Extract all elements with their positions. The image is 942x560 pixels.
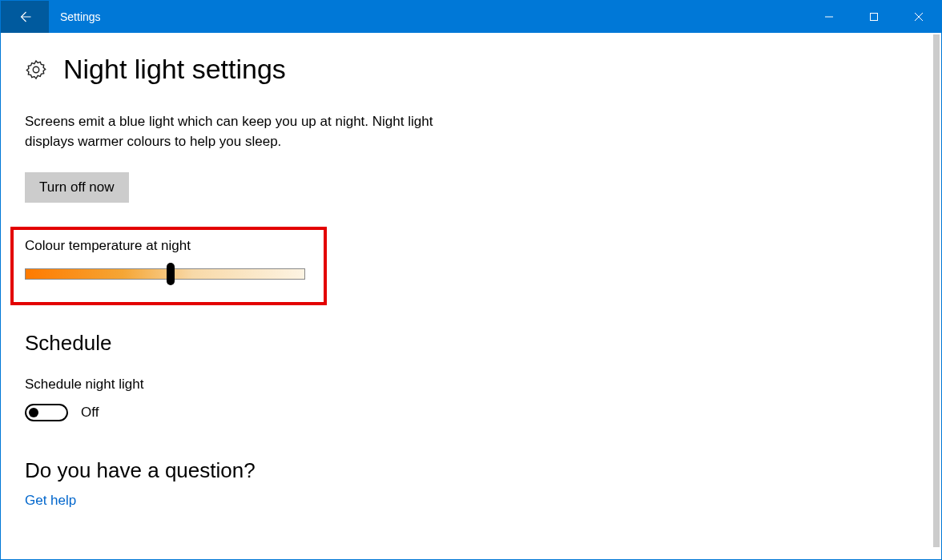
question-heading: Do you have a question? [25, 458, 917, 483]
turn-off-button[interactable]: Turn off now [25, 172, 129, 203]
toggle-knob [29, 408, 38, 417]
maximize-icon [869, 12, 879, 22]
back-arrow-icon [18, 10, 32, 24]
schedule-heading: Schedule [25, 331, 917, 356]
schedule-toggle-row: Off [25, 404, 917, 421]
schedule-toggle-state: Off [81, 405, 99, 421]
schedule-toggle[interactable] [25, 404, 68, 421]
vertical-scrollbar[interactable] [933, 34, 940, 547]
close-icon [914, 12, 924, 22]
get-help-link[interactable]: Get help [25, 493, 917, 509]
slider-label: Colour temperature at night [25, 238, 312, 254]
page-header: Night light settings [25, 54, 917, 85]
colour-temperature-highlight: Colour temperature at night [10, 227, 327, 305]
gear-icon [25, 58, 47, 81]
content-area: Night light settings Screens emit a blue… [1, 33, 941, 509]
minimize-button[interactable] [807, 1, 851, 33]
page-title: Night light settings [63, 54, 286, 85]
close-button[interactable] [896, 1, 941, 33]
back-button[interactable] [1, 1, 49, 33]
window-controls [807, 1, 941, 33]
page-description: Screens emit a blue light which can keep… [25, 112, 473, 151]
maximize-button[interactable] [851, 1, 896, 33]
schedule-toggle-label: Schedule night light [25, 377, 917, 393]
minimize-icon [824, 12, 834, 22]
colour-temperature-slider[interactable] [25, 268, 305, 280]
svg-point-1 [33, 66, 38, 72]
slider-thumb[interactable] [167, 263, 175, 285]
window-title: Settings [49, 1, 807, 33]
title-bar: Settings [1, 1, 941, 33]
svg-rect-0 [871, 14, 878, 21]
